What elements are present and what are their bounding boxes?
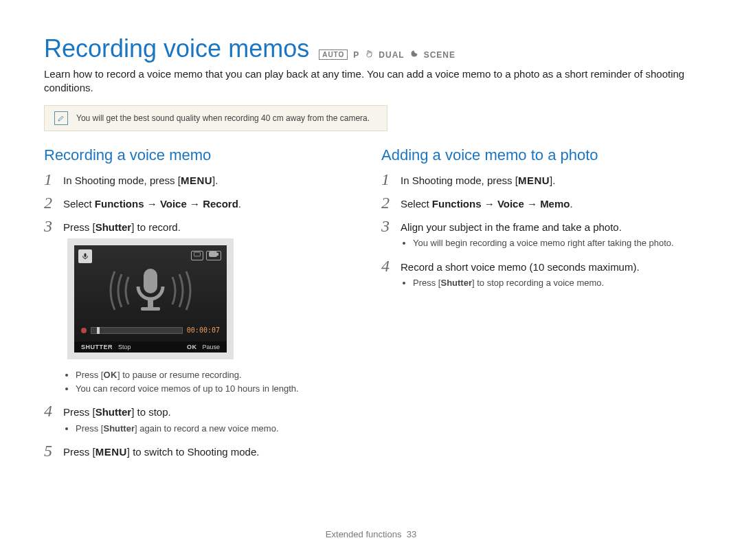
- shutter-label: SHUTTER: [81, 343, 113, 351]
- svg-rect-7: [144, 269, 157, 293]
- svg-rect-5: [212, 253, 214, 256]
- page-footer: Extended functions 33: [0, 529, 742, 539]
- step-number: 4: [44, 403, 56, 419]
- step-body: Record a short voice memo (10 seconds ma…: [401, 258, 640, 291]
- mic-large-icon: [74, 263, 227, 318]
- step-number: 1: [44, 171, 56, 188]
- mode-dual: DUAL: [379, 50, 404, 60]
- step-body: In Shooting mode, press [MENU].: [63, 171, 218, 188]
- step-body: Select Functions → Voice → Record.: [63, 194, 241, 211]
- note-icon: [54, 111, 68, 125]
- step-5: 5 Press [MENU] to switch to Shooting mod…: [44, 443, 361, 459]
- step-1: 1 In Shooting mode, press [MENU].: [381, 171, 698, 188]
- step-number: 1: [381, 171, 394, 188]
- steps-recording: 1 In Shooting mode, press [MENU]. 2 Sele…: [44, 171, 361, 460]
- camera-bottom-bar: SHUTTER Stop OK Pause: [74, 341, 227, 352]
- camera-screenshot: 00:00:07 SHUTTER Stop OK Pause: [67, 238, 234, 359]
- step-number: 2: [381, 194, 394, 211]
- progress-track: [91, 327, 183, 334]
- title-text: Recording voice memos: [44, 34, 309, 63]
- mode-scene: SCENE: [424, 50, 456, 60]
- hand-icon: [365, 49, 373, 60]
- step-4: 4 Record a short voice memo (10 seconds …: [381, 258, 698, 291]
- status-icons: [191, 251, 221, 260]
- step-number: 2: [44, 194, 56, 211]
- step-1: 1 In Shooting mode, press [MENU].: [44, 171, 361, 188]
- svg-rect-3: [217, 254, 218, 256]
- manual-page: Recording voice memos AUTO P DUAL SCENE …: [0, 0, 742, 560]
- menu-key: MENU: [181, 175, 212, 186]
- step-body: Align your subject in the frame and take…: [401, 218, 674, 251]
- step-3: 3 Align your subject in the frame and ta…: [381, 218, 698, 251]
- col-recording: Recording a voice memo 1 In Shooting mod…: [44, 146, 361, 467]
- intro-text: Learn how to record a voice memo that yo…: [44, 67, 698, 96]
- mode-auto: AUTO: [319, 49, 348, 60]
- step-number: 3: [44, 218, 56, 234]
- sub-stop: Press [Shutter] to stop recording a voic…: [413, 277, 640, 289]
- sub-ok: Press [OK] to pause or resume recording.: [76, 369, 299, 381]
- time-elapsed: 00:00:07: [187, 326, 220, 335]
- steps-adding: 1 In Shooting mode, press [MENU]. 2 Sele…: [381, 171, 698, 291]
- heading-adding: Adding a voice memo to a photo: [381, 146, 698, 164]
- battery-icon: [206, 251, 221, 260]
- step-body: Press [Shutter] to stop. Press [Shutter]…: [63, 403, 279, 436]
- step-2: 2 Select Functions → Voice → Record.: [44, 194, 361, 211]
- pause-action: Pause: [202, 343, 220, 351]
- record-dot-icon: [81, 328, 87, 333]
- sub-length: You can record voice memos of up to 10 h…: [76, 383, 299, 395]
- mic-small-icon: [78, 249, 92, 263]
- step-body: In Shooting mode, press [MENU].: [401, 171, 555, 188]
- heading-recording: Recording a voice memo: [44, 146, 361, 164]
- sub-after: You will begin recording a voice memo ri…: [413, 237, 674, 249]
- mode-badges: AUTO P DUAL SCENE: [319, 49, 456, 60]
- step-2: 2 Select Functions → Voice → Memo.: [381, 194, 698, 211]
- footer-section: Extended functions: [326, 529, 402, 539]
- svg-rect-6: [215, 253, 216, 256]
- step-body: Press [Shutter] to record.: [63, 218, 299, 396]
- svg-rect-8: [148, 299, 153, 307]
- svg-rect-9: [141, 307, 160, 311]
- substeps: Press [OK] to pause or resume recording.…: [63, 369, 299, 394]
- footer-page: 33: [407, 529, 416, 539]
- step-body: Select Functions → Voice → Memo.: [401, 194, 573, 211]
- tip-box: You will get the best sound quality when…: [44, 105, 387, 131]
- page-title: Recording voice memos AUTO P DUAL SCENE: [44, 34, 698, 63]
- tip-text: You will get the best sound quality when…: [76, 113, 370, 123]
- step-4: 4 Press [Shutter] to stop. Press [Shutte…: [44, 403, 361, 436]
- two-columns: Recording a voice memo 1 In Shooting mod…: [44, 146, 698, 467]
- moon-icon: [410, 49, 418, 60]
- step-number: 3: [381, 218, 394, 234]
- step-number: 5: [44, 443, 56, 459]
- svg-rect-4: [210, 253, 212, 256]
- ok-label: OK: [187, 343, 197, 351]
- sub-again: Press [Shutter] again to record a new vo…: [76, 423, 279, 435]
- mode-p: P: [353, 50, 359, 60]
- svg-rect-0: [85, 254, 87, 258]
- step-number: 4: [381, 258, 394, 274]
- step-body: Press [MENU] to switch to Shooting mode.: [63, 443, 259, 459]
- substeps: Press [Shutter] to stop recording a voic…: [401, 277, 640, 289]
- step-3: 3 Press [Shutter] to record.: [44, 218, 361, 396]
- substeps: Press [Shutter] again to record a new vo…: [63, 423, 279, 435]
- col-adding: Adding a voice memo to a photo 1 In Shoo…: [381, 146, 698, 467]
- substeps: You will begin recording a voice memo ri…: [401, 237, 674, 249]
- svg-rect-1: [194, 252, 200, 256]
- stop-action: Stop: [118, 343, 131, 351]
- mode-chip-icon: [191, 251, 203, 260]
- progress-thumb: [97, 327, 100, 334]
- progress-bar: 00:00:07: [81, 326, 220, 335]
